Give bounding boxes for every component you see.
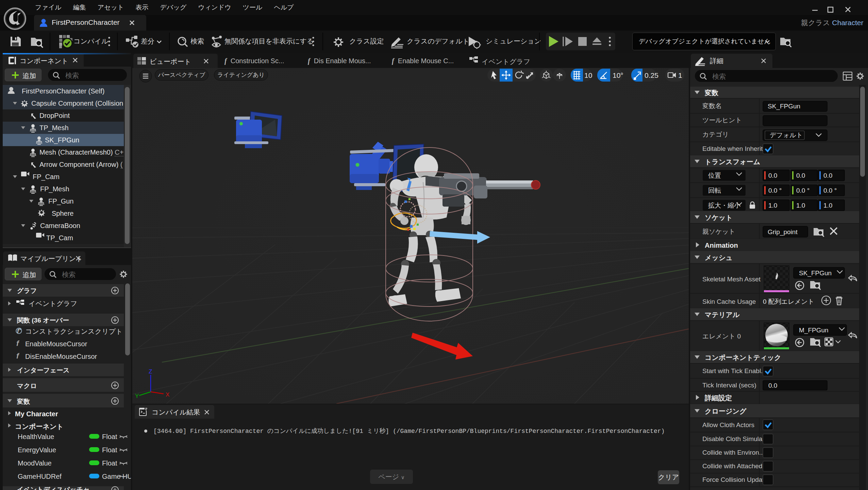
svg-text:Allow Cloth Actors: Allow Cloth Actors — [702, 421, 754, 428]
svg-text:インターフェース: インターフェース — [17, 367, 70, 374]
svg-text:Animation: Animation — [705, 242, 738, 249]
svg-text:Y: Y — [135, 393, 139, 399]
svg-text:Float: Float — [102, 459, 117, 467]
svg-text:1: 1 — [678, 71, 682, 79]
svg-text:MoodValue: MoodValue — [18, 459, 52, 467]
svg-text:0.0 °: 0.0 ° — [768, 187, 782, 194]
svg-text:コンストラクションスクリプト: コンストラクションスクリプト — [25, 328, 123, 335]
svg-text:Skin Cache Usage: Skin Cache Usage — [702, 298, 756, 305]
svg-text:イベントグラフ: イベントグラフ — [29, 300, 77, 307]
svg-text:0.0: 0.0 — [823, 172, 832, 179]
svg-text:変数名: 変数名 — [702, 102, 722, 109]
svg-text:0.0 °: 0.0 ° — [796, 187, 809, 194]
svg-text:デフォルト: デフォルト — [770, 132, 803, 139]
svg-text:コンポーネントティック: コンポーネントティック — [705, 354, 781, 361]
svg-text:メッシュ: メッシュ — [705, 254, 733, 261]
svg-text:0.0: 0.0 — [796, 172, 805, 179]
svg-text:変数: 変数 — [704, 89, 719, 97]
svg-text:拡大・縮小: 拡大・縮小 — [708, 202, 740, 209]
svg-text:変数: 変数 — [17, 398, 30, 405]
svg-text:10: 10 — [584, 71, 592, 79]
svg-text:関数 (36 オーバー: 関数 (36 オーバー — [17, 317, 69, 324]
svg-text:Collide with Attached...: Collide with Attached... — [702, 462, 768, 470]
svg-text:10°: 10° — [613, 71, 623, 79]
svg-text:0.25: 0.25 — [645, 71, 658, 79]
svg-text:イベントディスパッチャ: イベントディスパッチャ — [17, 486, 90, 490]
svg-text:位置: 位置 — [708, 172, 721, 179]
svg-text:Float: Float — [102, 433, 117, 440]
svg-text:Skeletal Mesh Asset: Skeletal Mesh Asset — [702, 276, 761, 283]
svg-text:Force Collision Update: Force Collision Update — [702, 476, 768, 483]
svg-text:Collide with Environ...: Collide with Environ... — [702, 449, 765, 456]
svg-text:親ソケット: 親ソケット — [702, 228, 735, 235]
svg-text:マテリアル: マテリアル — [705, 311, 740, 318]
svg-text:クロージング: クロージング — [705, 407, 747, 415]
svg-text:Start with Tick Enabl...: Start with Tick Enabl... — [702, 367, 766, 374]
svg-text:ツールヒント: ツールヒント — [702, 117, 742, 124]
svg-text:X: X — [166, 391, 169, 398]
svg-text:EnableMouseCursor: EnableMouseCursor — [25, 340, 87, 348]
svg-text:0.0: 0.0 — [768, 382, 777, 389]
svg-text:SK_FPGun: SK_FPGun — [768, 103, 800, 110]
svg-text:1.0: 1.0 — [796, 202, 805, 209]
svg-text:カテゴリ: カテゴリ — [702, 131, 729, 138]
svg-text:回転: 回転 — [708, 187, 721, 194]
svg-text:0.0 °: 0.0 ° — [823, 187, 837, 194]
svg-text:ソケット: ソケット — [705, 214, 733, 221]
svg-text:Float: Float — [102, 446, 117, 454]
svg-text:Tick Interval (secs): Tick Interval (secs) — [702, 382, 756, 389]
svg-text:Editable when Inherit...: Editable when Inherit... — [702, 145, 768, 152]
svg-text:DisEnableMouseCursor: DisEnableMouseCursor — [25, 353, 97, 360]
svg-text:1.0: 1.0 — [768, 202, 777, 209]
svg-text:1.0: 1.0 — [823, 202, 832, 209]
svg-text:詳細設定: 詳細設定 — [704, 394, 732, 402]
svg-text:EnergyValue: EnergyValue — [18, 446, 56, 454]
svg-text:トランスフォーム: トランスフォーム — [705, 158, 760, 165]
svg-text:HealthValue: HealthValue — [18, 433, 54, 440]
svg-text:GameHUDRef: GameHUDRef — [18, 473, 62, 480]
svg-text:0 配列エレメント: 0 配列エレメント — [763, 298, 814, 305]
svg-text:0.0: 0.0 — [768, 172, 777, 179]
svg-text:Grip_point: Grip_point — [768, 228, 798, 236]
svg-text:コンポーネント: コンポーネント — [15, 423, 64, 430]
svg-text:エレメント 0: エレメント 0 — [702, 333, 741, 340]
svg-text:SK_FPGun: SK_FPGun — [799, 269, 832, 277]
svg-text:マクロ: マクロ — [17, 382, 37, 389]
svg-text:グラフ: グラフ — [17, 287, 37, 294]
svg-text:M_FPGun: M_FPGun — [799, 327, 829, 334]
svg-text:Z: Z — [149, 369, 152, 375]
svg-text:Disable Cloth Simula...: Disable Cloth Simula... — [702, 435, 768, 442]
svg-text:My Character: My Character — [15, 410, 58, 418]
